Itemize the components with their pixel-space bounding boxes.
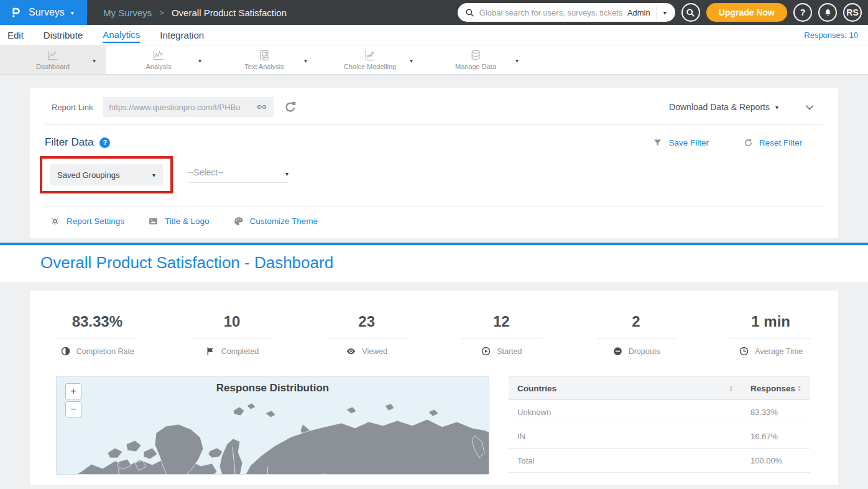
report-link-field <box>103 97 274 117</box>
link-icon[interactable] <box>256 101 267 113</box>
filter-actions: Save Filter Reset Filter <box>653 138 802 147</box>
filter-value-select[interactable]: --Select-- <box>188 167 289 183</box>
countries-table-panel: Countries Responses Unknown 83.33% <box>509 376 810 475</box>
top-bar-actions: Admin Upgrade Now ? RS <box>458 3 868 22</box>
search-icon <box>465 8 474 17</box>
country-cell: Unknown <box>509 400 742 424</box>
download-caret-icon[interactable] <box>775 104 778 111</box>
top-bar: Surveys My Surveys > Overall Product Sat… <box>0 0 868 25</box>
play-circle-icon <box>481 346 491 356</box>
toolbar-analysis-caret-icon[interactable] <box>198 57 201 64</box>
image-icon <box>148 216 159 226</box>
notifications-button[interactable] <box>818 3 837 22</box>
map-title: Response Distribution <box>57 382 489 394</box>
toolbar-manage-data[interactable]: Manage Data <box>423 45 529 74</box>
report-link-row: Report Link Download Data & Reports <box>30 88 838 124</box>
map-zoom-controls: + − <box>65 383 81 417</box>
tab-distribute[interactable]: Distribute <box>44 27 83 42</box>
table-row: Unknown 83.33% <box>509 400 810 424</box>
survey-nav-tabs: Edit Distribute Analytics Integration Re… <box>0 25 868 45</box>
analytics-toolbar: Dashboard Analysis Text Analysis Choice … <box>0 45 868 75</box>
countries-table: Countries Responses Unknown 83.33% <box>509 376 810 473</box>
saved-groupings-select[interactable]: Saved Groupings <box>50 164 163 185</box>
saved-groupings-caret-icon <box>152 172 155 179</box>
country-cell: Total <box>509 449 742 473</box>
map-zoom-out-button[interactable]: − <box>65 401 81 417</box>
toolbar-dashboard-item[interactable]: Dashboard <box>36 49 70 70</box>
analysis-chart-icon <box>152 49 165 62</box>
search-submit-button[interactable] <box>681 3 700 22</box>
dashboard-main-panel: 83.33% Completion Rate 10 Completed 23 <box>30 291 838 485</box>
breadcrumb: My Surveys > Overall Product Satisfactio… <box>103 7 287 18</box>
toolbar-choice-modelling-caret-icon[interactable] <box>410 57 413 64</box>
toolbar-manage-data-caret-icon[interactable] <box>515 57 519 64</box>
country-cell: IN <box>509 424 742 449</box>
report-filter-card: Report Link Download Data & Reports Filt… <box>30 88 838 238</box>
product-menu[interactable]: Surveys <box>0 0 87 25</box>
toolbar-text-analysis-item[interactable]: Text Analysis <box>244 49 284 70</box>
toolbar-choice-modelling-item[interactable]: Choice Modelling <box>344 49 396 70</box>
filter-help-icon[interactable]: ? <box>99 137 110 148</box>
regenerate-link-icon[interactable] <box>284 100 297 114</box>
toolbar-text-analysis[interactable]: Text Analysis <box>211 45 317 74</box>
search-scope-caret-icon[interactable] <box>657 9 673 16</box>
product-menu-label: Surveys <box>29 7 65 18</box>
collapse-panel-chevron-icon[interactable] <box>803 101 816 113</box>
breadcrumb-my-surveys[interactable]: My Surveys <box>103 7 152 18</box>
responses-count: Responses: 10 <box>804 30 861 40</box>
user-avatar[interactable]: RS <box>843 3 862 22</box>
help-button[interactable]: ? <box>793 3 812 22</box>
sort-icon[interactable] <box>729 385 733 391</box>
responses-cell: 100.00% <box>742 449 810 473</box>
map-zoom-in-button[interactable]: + <box>65 383 81 399</box>
page-title: Overall Product Satisfaction - Dashboard <box>40 253 868 272</box>
toolbar-analysis[interactable]: Analysis <box>106 45 211 74</box>
report-settings-link[interactable]: Report Settings <box>50 216 124 226</box>
toolbar-choice-modelling[interactable]: Choice Modelling <box>317 45 423 74</box>
stat-completed: 10 Completed <box>165 313 300 356</box>
toolbar-manage-data-item[interactable]: Manage Data <box>455 49 496 70</box>
palette-icon <box>233 216 244 226</box>
column-header-countries[interactable]: Countries <box>509 377 742 400</box>
table-row: Total 100.00% <box>509 449 810 473</box>
response-distribution-map[interactable]: + − Response Distribution <box>56 376 489 475</box>
reset-arrow-icon <box>744 138 753 147</box>
toolbar-dashboard[interactable]: Dashboard <box>0 45 106 74</box>
table-row: IN 16.67% <box>509 424 810 449</box>
global-search-input[interactable] <box>474 8 627 17</box>
stat-dropouts: 2 Dropouts <box>569 313 704 356</box>
global-search: Admin <box>458 3 675 22</box>
stat-average-time: 1 min Average Time <box>703 313 838 356</box>
column-header-responses[interactable]: Responses <box>742 377 810 400</box>
toolbar-dashboard-caret-icon[interactable] <box>93 57 96 64</box>
tab-analytics[interactable]: Analytics <box>103 27 140 43</box>
stats-row: 83.33% Completion Rate 10 Completed 23 <box>30 291 838 356</box>
database-icon <box>469 49 482 62</box>
stat-divider <box>731 338 811 338</box>
filter-controls-row: Saved Groupings --Select-- <box>30 151 838 206</box>
download-data-reports-menu[interactable]: Download Data & Reports <box>669 102 770 112</box>
bell-icon <box>823 8 833 17</box>
tab-edit[interactable]: Edit <box>7 27 24 42</box>
title-logo-link[interactable]: Title & Logo <box>148 216 210 226</box>
stat-divider <box>596 338 676 338</box>
text-document-icon <box>257 49 271 62</box>
reset-filter-button[interactable]: Reset Filter <box>744 138 802 147</box>
save-filter-button[interactable]: Save Filter <box>653 138 709 147</box>
clock-icon <box>739 346 749 356</box>
toolbar-text-analysis-caret-icon[interactable] <box>304 57 307 64</box>
toolbar-analysis-item[interactable]: Analysis <box>146 49 172 70</box>
stat-divider <box>326 338 407 338</box>
gear-icon <box>50 216 60 226</box>
tab-integration[interactable]: Integration <box>160 27 204 42</box>
chevron-down-icon <box>71 9 74 16</box>
eye-icon <box>346 346 356 356</box>
customize-theme-link[interactable]: Customize Theme <box>233 216 318 226</box>
report-link-input[interactable] <box>109 103 256 112</box>
filter-data-header: Filter Data ? Save Filter Reset Filter <box>30 125 838 151</box>
sort-icon[interactable] <box>797 385 801 391</box>
annotation-highlight-box: Saved Groupings <box>40 156 173 193</box>
upgrade-now-button[interactable]: Upgrade Now <box>706 3 787 22</box>
search-scope-label: Admin <box>627 8 657 17</box>
bottom-row: + − Response Distribution <box>30 356 838 475</box>
